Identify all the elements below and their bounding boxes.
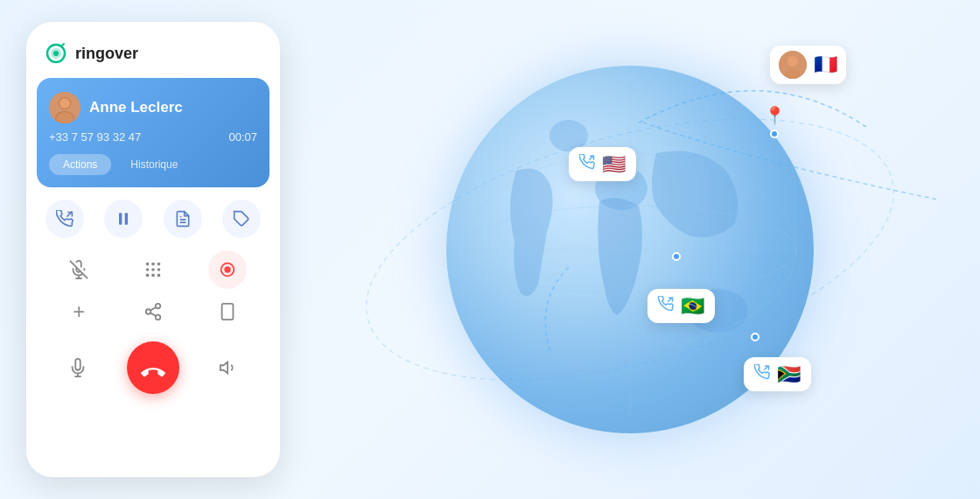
volume-button[interactable] <box>209 348 248 387</box>
call-icon-usa <box>579 154 595 174</box>
action-icons-row <box>26 187 280 243</box>
svg-point-26 <box>156 304 161 309</box>
south-africa-flag-badge: 🇿🇦 <box>744 357 811 391</box>
phone-number: +33 7 57 93 32 47 <box>49 130 141 144</box>
svg-point-22 <box>151 274 155 278</box>
tab-actions[interactable]: Actions <box>49 154 111 175</box>
avatar-france-badge: 🇫🇷 <box>770 46 846 84</box>
logo-text: ringover <box>75 45 138 63</box>
ringover-logo-icon <box>44 41 68 66</box>
end-call-button[interactable] <box>127 341 179 394</box>
brazil-flag: 🇧🇷 <box>681 297 704 316</box>
call-icon-south-africa <box>754 364 770 384</box>
svg-point-28 <box>156 315 161 320</box>
svg-point-15 <box>146 263 150 266</box>
svg-marker-35 <box>220 362 228 374</box>
call-tabs: Actions Historique <box>49 154 257 175</box>
svg-rect-8 <box>125 213 128 224</box>
caller-avatar <box>49 92 80 123</box>
caller-name: Anne Leclerc <box>89 99 183 116</box>
call-timer: 00:07 <box>228 130 257 144</box>
svg-point-21 <box>146 274 150 278</box>
dot-brazil <box>672 252 681 261</box>
svg-point-18 <box>146 268 150 271</box>
bottom-controls <box>26 338 280 411</box>
mic-button[interactable] <box>59 348 97 387</box>
logo-container: ringover <box>44 41 138 66</box>
dot-france <box>770 130 779 138</box>
note-button[interactable] <box>164 200 202 238</box>
usa-flag: 🇺🇸 <box>602 155 626 174</box>
record-button[interactable] <box>208 250 247 289</box>
brazil-flag-badge: 🇧🇷 <box>648 289 715 323</box>
call-card: Anne Leclerc +33 7 57 93 32 47 00:07 Act… <box>37 78 270 187</box>
svg-point-19 <box>151 268 155 271</box>
svg-point-27 <box>146 309 151 314</box>
svg-point-45 <box>788 56 798 67</box>
mini-avatar <box>779 51 807 79</box>
dialpad-button[interactable] <box>134 250 172 289</box>
usa-flag-badge: 🇺🇸 <box>569 147 636 181</box>
phone-switch-button[interactable] <box>208 292 247 331</box>
svg-line-29 <box>150 313 156 316</box>
globe-area: 📍 🇫🇷 🇺🇸 🇧🇷 <box>280 0 980 499</box>
svg-rect-7 <box>119 213 122 224</box>
dot-south-africa <box>751 333 760 341</box>
svg-point-17 <box>158 263 161 266</box>
caller-info: Anne Leclerc <box>49 92 257 123</box>
phone-header: ringover <box>26 22 280 78</box>
add-button[interactable]: + <box>60 292 98 331</box>
call-details: +33 7 57 93 32 47 00:07 <box>49 130 257 144</box>
tag-button[interactable] <box>222 200 261 238</box>
transfer-button[interactable] <box>46 200 84 238</box>
mute-button[interactable] <box>60 250 98 289</box>
pause-button[interactable] <box>104 200 143 238</box>
share-button[interactable] <box>134 292 172 331</box>
svg-point-0 <box>53 51 59 56</box>
south-africa-flag: 🇿🇦 <box>777 365 801 384</box>
location-pin: 📍 <box>764 105 786 126</box>
svg-point-25 <box>224 266 230 272</box>
svg-point-20 <box>158 268 161 271</box>
svg-point-16 <box>151 263 155 266</box>
call-icon-brazil <box>658 296 674 316</box>
keypad-grid: + <box>26 243 280 338</box>
svg-point-23 <box>158 274 161 278</box>
svg-line-30 <box>150 307 156 311</box>
tab-history[interactable]: Historique <box>116 154 192 175</box>
phone-mockup: ringover Anne Leclerc +33 7 57 93 32 47 … <box>26 22 280 477</box>
svg-point-4 <box>60 98 70 109</box>
france-flag: 🇫🇷 <box>814 55 837 74</box>
